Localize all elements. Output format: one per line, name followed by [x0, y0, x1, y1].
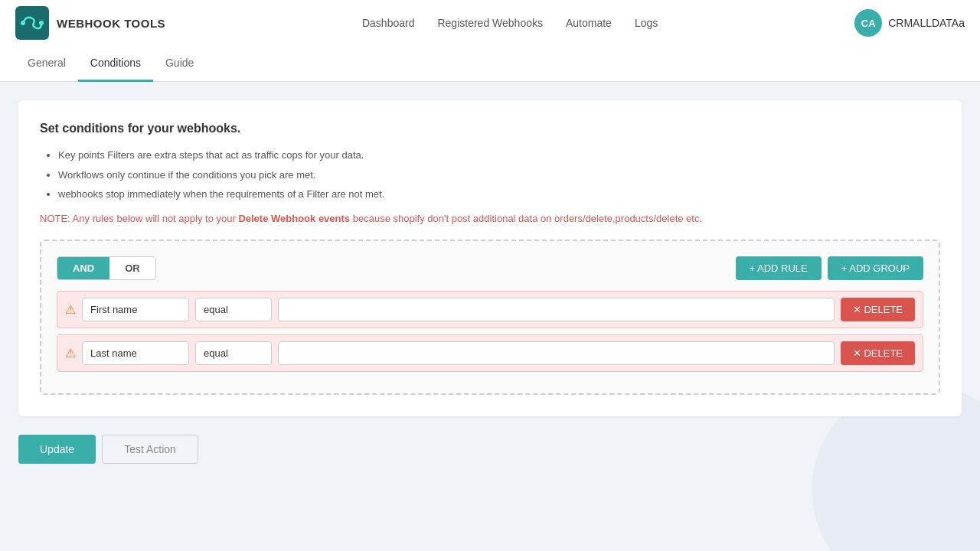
svg-point-2	[39, 21, 44, 25]
header: WEBHOOK TOOLS Dashboard Registered Webho…	[0, 0, 980, 46]
note-prefix: NOTE: Any rules below will not apply to …	[40, 213, 238, 224]
conditions-box: AND OR + ADD RULE + ADD GROUP ⚠ ✕ DELETE…	[40, 240, 940, 395]
and-toggle-btn[interactable]: AND	[57, 257, 109, 279]
rule-row-2: ⚠ ✕ DELETE	[57, 334, 923, 372]
add-rule-button[interactable]: + ADD RULE	[736, 256, 822, 280]
warning-note: NOTE: Any rules below will not apply to …	[40, 213, 940, 224]
rule-2-field[interactable]	[82, 341, 189, 365]
nav-automate[interactable]: Automate	[566, 17, 612, 29]
rule-1-field[interactable]	[82, 298, 189, 321]
logo-icon	[15, 6, 49, 40]
note-suffix: because shopify don't post additional da…	[350, 213, 702, 224]
bottom-actions: Update Test Action	[18, 435, 962, 464]
user-area: CA CRMALLDATAa	[854, 9, 965, 37]
svg-rect-0	[15, 6, 49, 40]
rule-1-value[interactable]	[278, 298, 835, 321]
avatar: CA	[854, 9, 882, 37]
or-toggle-btn[interactable]: OR	[109, 257, 155, 279]
info-item-3: webhooks stop immediately when the requi…	[58, 187, 940, 202]
tabs-bar: General Conditions Guide	[0, 46, 980, 82]
rule-2-value[interactable]	[278, 341, 835, 365]
note-link: Delete Webhook events	[238, 213, 350, 224]
add-group-button[interactable]: + ADD GROUP	[828, 256, 923, 280]
app-title: WEBHOOK TOOLS	[57, 17, 165, 30]
info-item-2: Workflows only continue if the condition…	[58, 168, 940, 183]
delete-rule-2-button[interactable]: ✕ DELETE	[841, 341, 915, 365]
nav-logs[interactable]: Logs	[635, 17, 658, 29]
info-item-1: Key points Filters are extra steps that …	[58, 148, 940, 163]
conditions-card: Set conditions for your webhooks. Key po…	[18, 100, 962, 416]
main-content: Set conditions for your webhooks. Key po…	[0, 82, 980, 482]
delete-rule-1-button[interactable]: ✕ DELETE	[841, 298, 915, 321]
username: CRMALLDATAa	[888, 17, 965, 29]
warning-icon-2: ⚠	[65, 346, 76, 360]
rule-row-1: ⚠ ✕ DELETE	[57, 291, 923, 328]
tab-guide[interactable]: Guide	[153, 46, 206, 82]
page-title: Set conditions for your webhooks.	[40, 122, 940, 135]
nav-dashboard[interactable]: Dashboard	[362, 17, 415, 29]
nav-registered-webhooks[interactable]: Registered Webhooks	[437, 17, 542, 29]
action-buttons: + ADD RULE + ADD GROUP	[736, 256, 923, 280]
svg-point-1	[21, 21, 25, 25]
rule-2-operator[interactable]	[195, 341, 272, 365]
main-nav: Dashboard Registered Webhooks Automate L…	[362, 17, 658, 29]
logo-area: WEBHOOK TOOLS	[15, 6, 165, 40]
tab-general[interactable]: General	[15, 46, 78, 82]
and-or-toggle: AND OR	[57, 256, 156, 280]
warning-icon-1: ⚠	[65, 302, 76, 317]
update-button[interactable]: Update	[18, 435, 96, 464]
info-list: Key points Filters are extra steps that …	[40, 148, 940, 202]
rule-1-operator[interactable]	[195, 298, 272, 321]
conditions-toolbar: AND OR + ADD RULE + ADD GROUP	[57, 256, 923, 280]
test-action-button[interactable]: Test Action	[102, 435, 198, 464]
tab-conditions[interactable]: Conditions	[78, 46, 153, 82]
